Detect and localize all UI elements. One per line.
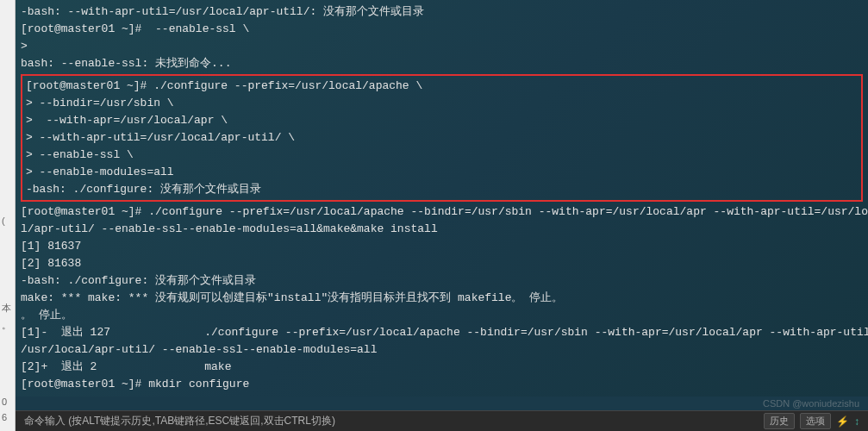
terminal-output[interactable]: -bash: --with-apr-util=/usr/local/apr-ut… xyxy=(16,0,868,397)
terminal-line: [root@master01 ~]# ./configure --prefix=… xyxy=(21,203,863,221)
terminal-line: l/apr-util/ --enable-ssl--enable-modules… xyxy=(21,221,863,238)
terminal-line: [root@master01 ~]# --enable-ssl \ xyxy=(21,21,863,38)
command-input-hint: 命令输入 (按ALT键提示历史,TAB键路径,ESC键返回,双击CTRL切换) xyxy=(24,414,335,428)
gutter-mark-4: 0 xyxy=(2,397,7,407)
left-gutter: ( 本 。 0 6 xyxy=(0,0,16,431)
terminal-line: -bash: ./configure: 没有那个文件或目录 xyxy=(26,181,858,198)
terminal-line: > --with-apr-util=/usr/local/apr-util/ \ xyxy=(26,129,858,147)
terminal-line: [2] 81638 xyxy=(21,255,863,272)
watermark: CSDN @woniudezishu xyxy=(763,398,859,409)
terminal-line: [1]- 退出 127 ./configure --prefix=/usr/lo… xyxy=(21,324,863,341)
terminal-line: -bash: --with-apr-util=/usr/local/apr-ut… xyxy=(21,3,863,21)
terminal-line: > --enable-modules=all xyxy=(26,164,858,181)
terminal-line: 。 停止。 xyxy=(21,307,863,324)
terminal-line: /usr/local/apr-util/ --enable-ssl--enabl… xyxy=(21,341,863,359)
highlighted-commands: [root@master01 ~]# ./configure --prefix=… xyxy=(21,74,863,202)
gutter-mark-3: 。 xyxy=(2,319,11,332)
gutter-mark-2: 本 xyxy=(2,302,11,315)
terminal-line: > xyxy=(21,38,863,55)
gutter-mark-1: ( xyxy=(2,216,5,226)
terminal-line: > --bindir=/usr/sbin \ xyxy=(26,95,858,112)
lightning-icon[interactable]: ⚡ xyxy=(836,415,849,428)
terminal-line: [root@master01 ~]# mkdir configure xyxy=(21,376,863,393)
options-button[interactable]: 选项 xyxy=(800,413,831,429)
terminal-line: bash: --enable-ssl: 未找到命令... xyxy=(21,55,863,72)
terminal-line: > --with-apr=/usr/local/apr \ xyxy=(26,112,858,129)
terminal-line: -bash: ./configure: 没有那个文件或目录 xyxy=(21,272,863,290)
terminal-line: [root@master01 ~]# ./configure --prefix=… xyxy=(26,78,858,95)
terminal-line: > --enable-ssl \ xyxy=(26,147,858,164)
terminal-line: [1] 81637 xyxy=(21,238,863,255)
bottom-bar: 命令输入 (按ALT键提示历史,TAB键路径,ESC键返回,双击CTRL切换) … xyxy=(16,410,868,431)
history-button[interactable]: 历史 xyxy=(764,413,795,429)
terminal-line: [2]+ 退出 2 make xyxy=(21,359,863,376)
gutter-mark-5: 6 xyxy=(2,412,7,422)
terminal-line: make: *** make: *** 没有规则可以创建目标"install"没… xyxy=(21,290,863,307)
signal-icon[interactable]: ↕ xyxy=(854,415,859,428)
